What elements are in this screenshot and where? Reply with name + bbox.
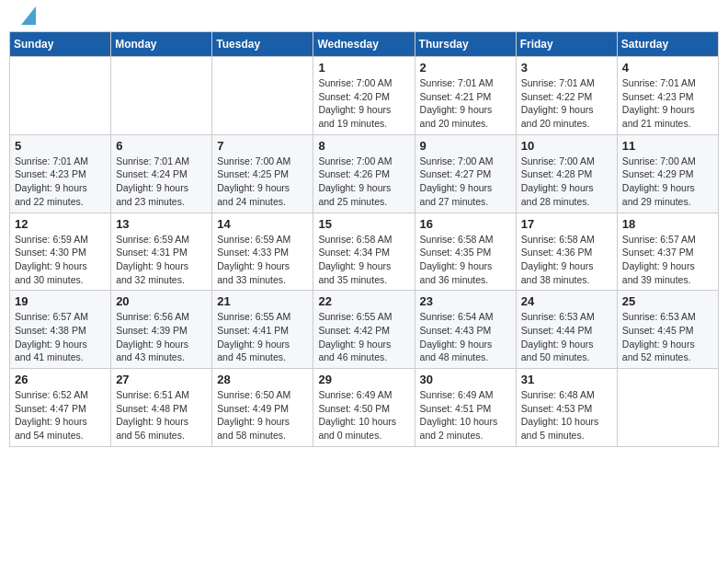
cell-details: Sunrise: 6:53 AM Sunset: 4:44 PM Dayligh…	[521, 310, 612, 364]
cell-details: Sunrise: 7:01 AM Sunset: 4:24 PM Dayligh…	[116, 155, 207, 209]
sunset-text: Sunset: 4:50 PM	[318, 403, 390, 414]
weekday-header: Wednesday	[313, 32, 415, 57]
daylight-text: Daylight: 9 hours and 29 minutes.	[622, 182, 695, 207]
daylight-text: Daylight: 9 hours and 23 minutes.	[116, 182, 188, 207]
sunrise-text: Sunrise: 7:00 AM	[318, 155, 392, 167]
calendar-week-row: 1 Sunrise: 7:00 AM Sunset: 4:20 PM Dayli…	[10, 57, 719, 135]
cell-details: Sunrise: 6:59 AM Sunset: 4:31 PM Dayligh…	[116, 233, 207, 287]
cell-details: Sunrise: 6:58 AM Sunset: 4:34 PM Dayligh…	[318, 233, 409, 287]
weekday-header-row: SundayMondayTuesdayWednesdayThursdayFrid…	[10, 32, 719, 57]
calendar-cell: 2 Sunrise: 7:01 AM Sunset: 4:21 PM Dayli…	[415, 57, 516, 135]
calendar-cell: 18 Sunrise: 6:57 AM Sunset: 4:37 PM Dayl…	[617, 213, 718, 291]
sunset-text: Sunset: 4:42 PM	[318, 325, 390, 336]
cell-details: Sunrise: 6:52 AM Sunset: 4:47 PM Dayligh…	[15, 388, 106, 442]
sunset-text: Sunset: 4:26 PM	[318, 168, 390, 179]
calendar-cell: 30 Sunrise: 6:49 AM Sunset: 4:51 PM Dayl…	[415, 369, 516, 447]
sunrise-text: Sunrise: 6:57 AM	[15, 311, 88, 322]
daylight-text: Daylight: 9 hours and 36 minutes.	[420, 260, 493, 285]
day-number: 22	[318, 294, 409, 308]
calendar-cell: 19 Sunrise: 6:57 AM Sunset: 4:38 PM Dayl…	[10, 291, 111, 369]
day-number: 26	[15, 373, 106, 386]
calendar-cell: 6 Sunrise: 7:01 AM Sunset: 4:24 PM Dayli…	[111, 134, 212, 213]
sunset-text: Sunset: 4:20 PM	[318, 91, 390, 102]
day-number: 23	[420, 294, 511, 308]
day-number: 30	[420, 373, 511, 386]
sunset-text: Sunset: 4:24 PM	[116, 168, 188, 179]
daylight-text: Daylight: 9 hours and 19 minutes.	[318, 104, 391, 129]
sunrise-text: Sunrise: 6:53 AM	[622, 311, 696, 322]
calendar-cell: 31 Sunrise: 6:48 AM Sunset: 4:53 PM Dayl…	[516, 369, 617, 447]
sunrise-text: Sunrise: 6:59 AM	[217, 234, 290, 245]
logo	[18, 14, 36, 19]
sunset-text: Sunset: 4:22 PM	[521, 91, 593, 102]
cell-details: Sunrise: 7:00 AM Sunset: 4:28 PM Dayligh…	[521, 155, 612, 209]
sunrise-text: Sunrise: 6:58 AM	[521, 234, 595, 245]
daylight-text: Daylight: 9 hours and 52 minutes.	[622, 339, 695, 363]
calendar-week-row: 5 Sunrise: 7:01 AM Sunset: 4:23 PM Dayli…	[10, 134, 719, 213]
sunset-text: Sunset: 4:29 PM	[622, 168, 694, 179]
sunrise-text: Sunrise: 6:49 AM	[318, 389, 392, 400]
daylight-text: Daylight: 9 hours and 58 minutes.	[217, 416, 290, 441]
day-number: 18	[622, 217, 713, 231]
sunset-text: Sunset: 4:28 PM	[521, 168, 593, 179]
calendar-cell: 5 Sunrise: 7:01 AM Sunset: 4:23 PM Dayli…	[10, 134, 111, 213]
daylight-text: Daylight: 9 hours and 21 minutes.	[622, 104, 695, 129]
sunrise-text: Sunrise: 7:01 AM	[420, 77, 494, 88]
day-number: 19	[15, 294, 106, 308]
calendar-cell	[10, 57, 111, 135]
day-number: 17	[521, 217, 612, 231]
daylight-text: Daylight: 10 hours and 0 minutes.	[318, 416, 396, 441]
cell-details: Sunrise: 6:58 AM Sunset: 4:35 PM Dayligh…	[420, 233, 511, 287]
daylight-text: Daylight: 9 hours and 45 minutes.	[217, 339, 290, 363]
calendar-cell: 3 Sunrise: 7:01 AM Sunset: 4:22 PM Dayli…	[516, 57, 617, 135]
calendar-cell: 29 Sunrise: 6:49 AM Sunset: 4:50 PM Dayl…	[313, 369, 415, 447]
sunrise-text: Sunrise: 7:00 AM	[622, 155, 696, 167]
day-number: 15	[318, 217, 409, 231]
daylight-text: Daylight: 10 hours and 5 minutes.	[521, 416, 599, 441]
day-number: 25	[622, 294, 713, 308]
sunset-text: Sunset: 4:27 PM	[420, 168, 492, 179]
cell-details: Sunrise: 6:54 AM Sunset: 4:43 PM Dayligh…	[420, 310, 511, 364]
day-number: 24	[521, 294, 612, 308]
cell-details: Sunrise: 7:00 AM Sunset: 4:29 PM Dayligh…	[622, 155, 713, 209]
calendar-cell	[212, 57, 313, 135]
cell-details: Sunrise: 7:00 AM Sunset: 4:27 PM Dayligh…	[420, 155, 511, 209]
sunrise-text: Sunrise: 6:58 AM	[318, 234, 392, 245]
weekday-header: Thursday	[415, 32, 516, 57]
logo-triangle	[21, 6, 36, 25]
sunset-text: Sunset: 4:21 PM	[420, 91, 492, 102]
calendar-cell: 14 Sunrise: 6:59 AM Sunset: 4:33 PM Dayl…	[212, 213, 313, 291]
sunset-text: Sunset: 4:33 PM	[217, 247, 289, 258]
calendar-cell: 28 Sunrise: 6:50 AM Sunset: 4:49 PM Dayl…	[212, 369, 313, 447]
daylight-text: Daylight: 9 hours and 30 minutes.	[15, 260, 87, 285]
daylight-text: Daylight: 9 hours and 20 minutes.	[521, 104, 594, 129]
day-number: 2	[420, 61, 511, 75]
cell-details: Sunrise: 6:49 AM Sunset: 4:50 PM Dayligh…	[318, 388, 409, 442]
cell-details: Sunrise: 7:01 AM Sunset: 4:23 PM Dayligh…	[15, 155, 106, 209]
day-number: 29	[318, 373, 409, 386]
sunrise-text: Sunrise: 6:57 AM	[622, 234, 696, 245]
day-number: 7	[217, 139, 308, 153]
day-number: 12	[15, 217, 106, 231]
day-number: 27	[116, 373, 207, 386]
cell-details: Sunrise: 6:50 AM Sunset: 4:49 PM Dayligh…	[217, 388, 308, 442]
cell-details: Sunrise: 6:57 AM Sunset: 4:37 PM Dayligh…	[622, 233, 713, 287]
weekday-header: Tuesday	[212, 32, 313, 57]
calendar-cell: 23 Sunrise: 6:54 AM Sunset: 4:43 PM Dayl…	[415, 291, 516, 369]
sunset-text: Sunset: 4:31 PM	[116, 247, 188, 258]
cell-details: Sunrise: 6:59 AM Sunset: 4:33 PM Dayligh…	[217, 233, 308, 287]
calendar-cell: 11 Sunrise: 7:00 AM Sunset: 4:29 PM Dayl…	[617, 134, 718, 213]
day-number: 1	[318, 61, 409, 75]
cell-details: Sunrise: 6:57 AM Sunset: 4:38 PM Dayligh…	[15, 310, 106, 364]
page-header	[9, 9, 719, 24]
cell-details: Sunrise: 6:56 AM Sunset: 4:39 PM Dayligh…	[116, 310, 207, 364]
day-number: 11	[622, 139, 713, 153]
day-number: 21	[217, 294, 308, 308]
calendar-cell: 20 Sunrise: 6:56 AM Sunset: 4:39 PM Dayl…	[111, 291, 212, 369]
daylight-text: Daylight: 9 hours and 43 minutes.	[116, 339, 188, 363]
calendar-cell: 9 Sunrise: 7:00 AM Sunset: 4:27 PM Dayli…	[415, 134, 516, 213]
sunrise-text: Sunrise: 7:00 AM	[521, 155, 595, 167]
daylight-text: Daylight: 9 hours and 28 minutes.	[521, 182, 594, 207]
day-number: 5	[15, 139, 106, 153]
day-number: 10	[521, 139, 612, 153]
